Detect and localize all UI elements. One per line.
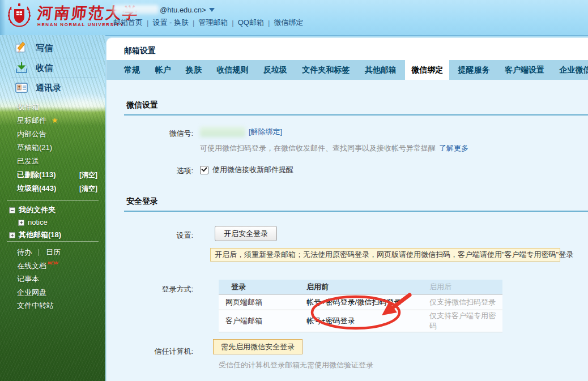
sidebar-tools: 待办 日历 在线文档 NEW 记事本 企业网盘 文件中转站 (0, 246, 105, 312)
sidebar-item-todo[interactable]: 待办 (17, 246, 32, 259)
receive-label: 收信 (36, 63, 53, 74)
star-icon: ★ (52, 116, 58, 125)
tab-antispam[interactable]: 反垃圾 (257, 60, 293, 80)
tab-enterprise-wechat[interactable]: 企业微信 (553, 60, 588, 80)
account-area: @htu.edu.cn> 邮箱首页 | 设置 - 换肤 | 管理邮箱 | QQ邮… (113, 4, 303, 28)
account-email[interactable]: @htu.edu.cn> (113, 4, 303, 15)
tab-skin[interactable]: 换肤 (180, 60, 208, 80)
sidebar-folder-deleted[interactable]: 已删除(113) [清空] (0, 168, 105, 182)
col-after-enable: 启用后 (427, 280, 502, 294)
expand-icon[interactable] (9, 232, 15, 238)
webmail-app: 河南师范大学 HENAN NORMAL UNIVERSITY @htu.edu.… (0, 0, 588, 381)
learn-more-link[interactable]: 了解更多 (439, 143, 468, 153)
sidebar-folder-drafts[interactable]: 草稿箱(21) (0, 141, 105, 155)
folder-list: 收件箱 星标邮件 ★ 内部公告 草稿箱(21) 已发送 已删除(113) [清空… (0, 100, 105, 195)
trusted-computer-label: 信任计算机: (106, 346, 193, 357)
tree-label: 我的文件夹 (19, 204, 56, 216)
tab-reminder-service[interactable]: 提醒服务 (452, 60, 496, 80)
enable-secure-login-button[interactable]: 开启安全登录 (215, 226, 277, 241)
nav-separator: | (147, 19, 148, 27)
wechat-id-label: 微信号: (106, 129, 193, 139)
sidebar-item-file-transfer[interactable]: 文件中转站 (0, 299, 105, 312)
empty-folder-link[interactable]: [清空] (79, 168, 97, 182)
tab-mail-rules[interactable]: 收信规则 (210, 60, 254, 80)
receive-button[interactable]: 收信 (0, 59, 105, 76)
empty-folder-link[interactable]: [清空] (79, 182, 97, 195)
section-heading: 安全登录 (124, 196, 588, 207)
redacted-username (113, 5, 159, 14)
folder-label: 内部公告 (17, 130, 46, 138)
trusted-computer-button[interactable]: 需先启用微信安全登录 (213, 339, 302, 354)
account-dropdown-caret-icon[interactable] (209, 8, 215, 12)
nav-mail-home[interactable]: 邮箱首页 (113, 18, 143, 28)
col-login: 登录 (219, 280, 304, 294)
tree-label: notice (28, 216, 48, 229)
collapse-icon[interactable] (9, 207, 15, 213)
tab-wechat-bind[interactable]: 微信绑定 (405, 60, 449, 80)
tree-label: 其他邮箱(18) (19, 229, 61, 241)
wechat-settings-section-header: 微信设置 (124, 100, 588, 115)
sidebar-my-folders[interactable]: 我的文件夹 (0, 204, 105, 216)
sidebar-item-online-docs[interactable]: 在线文档 NEW (0, 259, 105, 273)
section-heading: 微信设置 (124, 100, 588, 110)
divider (7, 200, 99, 201)
options-label: 选项: (106, 166, 193, 176)
tab-general[interactable]: 常规 (118, 60, 146, 80)
folder-label: 已发送 (17, 157, 39, 165)
top-nav: 邮箱首页 | 设置 - 换肤 | 管理邮箱 | QQ邮箱 | 微信绑定 (113, 18, 303, 28)
nav-settings-skin[interactable]: 设置 - 换肤 (152, 18, 189, 28)
nav-manage-mail[interactable]: 管理邮箱 (198, 18, 228, 28)
sidebar-folder-inbox[interactable]: 收件箱 (0, 100, 105, 114)
col-before-enable: 启用前 (304, 280, 427, 294)
nav-wechat-bind[interactable]: 微信绑定 (274, 18, 303, 28)
cell: 帐号+密码登录/微信扫码登录 (304, 294, 427, 310)
sidebar-folder-announcements[interactable]: 内部公告 (0, 127, 105, 141)
folder-tree: 我的文件夹 notice 其他邮箱(18) (0, 204, 105, 241)
sidebar-item-notebook[interactable]: 记事本 (0, 272, 105, 286)
sidebar-folder-notice[interactable]: notice (0, 216, 105, 229)
receive-icon (15, 61, 28, 75)
folder-label: 已删除(113) (17, 170, 56, 179)
secure-login-notice: 开启后，须重新登录邮箱；无法使用原密码登录，网页版请使用微信扫码，客户端请使用"… (210, 248, 560, 262)
account-email-suffix: @htu.edu.cn> (160, 6, 206, 14)
table-row: 网页端邮箱 帐号+密码登录/微信扫码登录 仅支持微信扫码登录 (219, 294, 502, 310)
contacts-button[interactable]: 通讯录 (0, 79, 105, 96)
section-rule (124, 114, 588, 115)
sidebar-item-enterprise-disk[interactable]: 企业网盘 (0, 286, 105, 299)
tab-account[interactable]: 帐户 (148, 60, 177, 80)
cell: 客户端邮箱 (219, 310, 304, 332)
tab-other-mailboxes[interactable]: 其他邮箱 (359, 60, 403, 80)
sidebar: 写信 收信 通讯录 (0, 35, 105, 381)
wechat-new-mail-option-label: 使用微信接收新邮件提醒 (212, 165, 293, 175)
sidebar-folder-starred[interactable]: 星标邮件 ★ (0, 114, 105, 127)
redacted-wechat-id (200, 127, 245, 137)
setting-label: 设置: (106, 230, 193, 241)
cell: 网页端邮箱 (219, 294, 304, 310)
tool-label: 记事本 (17, 272, 39, 286)
wechat-new-mail-checkbox[interactable] (200, 166, 208, 174)
tab-folders-labels[interactable]: 文件夹和标签 (296, 60, 356, 80)
nav-qq-mail[interactable]: QQ邮箱 (238, 18, 264, 28)
nav-separator: | (268, 19, 270, 27)
settings-panel: 邮箱设置 常规 帐户 换肤 收信规则 反垃圾 文件夹和标签 其他邮箱 微信绑定 … (106, 37, 588, 381)
contacts-icon (15, 81, 28, 95)
contacts-label: 通讯录 (36, 83, 61, 93)
cell: 仅支持微信扫码登录 (427, 294, 502, 310)
sidebar-folder-sent[interactable]: 已发送 (0, 155, 105, 168)
tab-client-settings[interactable]: 客户端设置 (498, 60, 551, 80)
sidebar-folder-spam[interactable]: 垃圾箱(443) [清空] (0, 182, 105, 195)
trusted-computer-description: 受信任的计算机登录邮箱无需使用微信验证登录 (219, 360, 373, 370)
expand-icon[interactable] (18, 220, 24, 226)
folder-label: 草稿箱(21) (17, 143, 52, 152)
divider (7, 241, 99, 242)
header: 河南师范大学 HENAN NORMAL UNIVERSITY @htu.edu.… (0, 0, 588, 36)
divider (11, 58, 97, 58)
sidebar-other-mailboxes[interactable]: 其他邮箱(18) (0, 229, 105, 241)
tool-label: 文件中转站 (17, 299, 54, 312)
divider (11, 78, 97, 78)
compose-button[interactable]: 写信 (0, 40, 105, 57)
wechat-description: 可使用微信扫码登录，在微信收发邮件、查找同事以及接收帐号异常提醒 (200, 143, 436, 153)
settings-content: 微信设置 微信号: [解除绑定] 可使用微信扫码登录，在微信收发邮件、查找同事以… (106, 80, 588, 381)
unbind-link[interactable]: [解除绑定] (249, 127, 282, 137)
login-methods-table: 登录 启用前 启用后 网页端邮箱 帐号+密码登录/微信扫码登录 仅支持微信扫码登… (219, 280, 502, 332)
